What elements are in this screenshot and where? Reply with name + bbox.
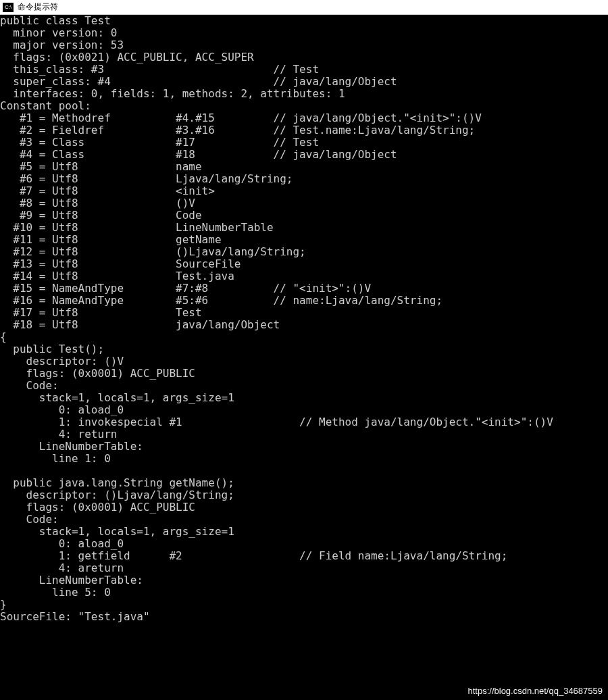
cmd-icon: C:\ (3, 3, 14, 12)
window-titlebar: C:\ 命令提示符 (0, 0, 608, 15)
watermark-text: https://blog.csdn.net/qq_34687559 (468, 686, 603, 696)
terminal-output[interactable]: public class Test minor version: 0 major… (0, 15, 608, 623)
window-title: 命令提示符 (18, 1, 58, 13)
